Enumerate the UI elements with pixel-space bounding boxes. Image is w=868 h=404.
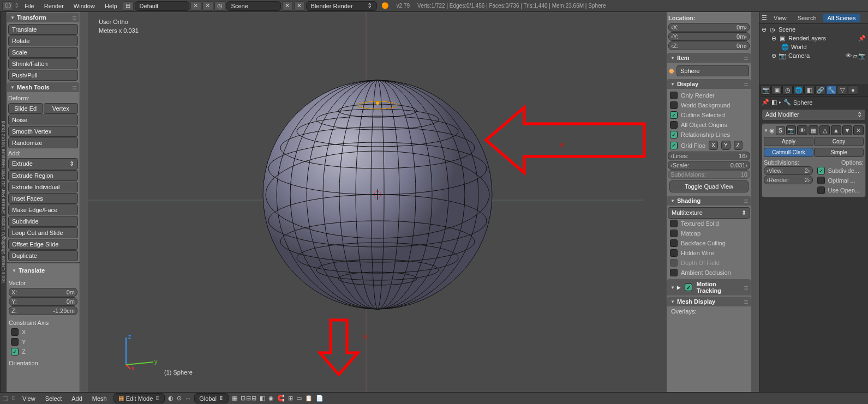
grid-y-button[interactable]: Y [721,141,731,150]
shading-header[interactable]: Shading:::: [667,196,751,206]
scene-add[interactable]: ✕ [282,1,293,11]
outline-check[interactable] [670,111,678,119]
snap-target-icon[interactable]: ⊞ [288,395,293,402]
prop-edit-icon[interactable]: ◉ [268,395,274,402]
mod-cage-toggle[interactable]: △ [819,125,830,135]
outliner-view-tab[interactable]: View [769,14,791,22]
simple-button[interactable]: Simple [814,148,864,157]
extrude-individual-button[interactable]: Extrude Individual [8,182,78,192]
ptab-data[interactable]: ▽ [837,85,847,95]
manipulator-icon[interactable]: ↔ [185,395,191,402]
offset-edge-slide-button[interactable]: Offset Edge Slide [8,239,78,250]
rel-lines-check[interactable] [670,131,678,138]
shading-mode-icon[interactable]: ◐ [168,395,173,402]
outliner-type-icon[interactable]: ☰ [762,14,767,21]
tool-scrollbar[interactable] [80,12,88,392]
ptab-constraints[interactable]: 🔗 [815,85,825,95]
world-bg-check[interactable] [670,101,678,109]
outliner-search-tab[interactable]: Search [793,14,821,22]
constraint-y-check[interactable] [11,338,19,346]
3d-viewport[interactable]: User Ortho Meters x 0.031 [88,12,667,392]
matcap-check[interactable] [670,230,678,237]
motion-tracking-check[interactable] [685,284,692,291]
view-subdiv-field[interactable]: ‹ View:2 › [764,166,813,175]
make-edge-face-button[interactable]: Make Edge/Face [8,204,78,215]
shrink-fatten-button[interactable]: Shrink/Fatten [8,58,78,69]
slide-edge-button[interactable]: Slide Ed [8,103,43,114]
scene-icon[interactable]: ◷ [214,1,225,11]
ptab-modifiers[interactable]: 🔧 [826,85,836,95]
restrict-view-icon[interactable]: 👁 [846,52,852,59]
only-render-check[interactable] [670,92,678,99]
modifier-collapse-icon[interactable]: ▼ [764,128,768,133]
layout-add[interactable]: ✕ [190,1,201,11]
display-header[interactable]: Display:::: [667,79,751,89]
duplicate-button[interactable]: Duplicate [8,250,78,261]
copy-button[interactable]: Copy [814,137,864,146]
mesh-tools-header[interactable]: Mesh Tools:::: [7,82,79,92]
opensubdiv-check[interactable] [817,186,825,194]
optimal-display-check[interactable] [817,177,825,184]
ptab-scene[interactable]: ◷ [782,85,793,95]
smooth-vertex-button[interactable]: Smooth Vertex [8,126,78,137]
mod-movedown[interactable]: ▼ [842,125,853,135]
subdivide-uvs-check[interactable] [817,167,825,174]
catmull-clark-button[interactable]: Catmull-Clark [764,148,813,157]
loc-z-field[interactable]: ‹ Z:0m › [668,41,750,50]
copy-icon[interactable]: 📋 [305,395,313,402]
ptab-renderlayers[interactable]: ▣ [771,85,782,95]
constraint-x-check[interactable] [11,328,19,336]
noise-button[interactable]: Noise [8,114,78,125]
layers-icon[interactable]: ▦ [232,395,237,402]
limit-selection-icon[interactable]: ◧ [260,395,265,402]
layout-del[interactable]: ✕ [202,1,213,11]
ptab-object[interactable]: ◧ [804,85,815,95]
modifier-name-field[interactable]: S [776,126,785,135]
extrude-dropdown[interactable]: Extrude⇕ [8,158,78,170]
render-engine-select[interactable]: Blender Render⇕ [306,1,377,11]
restrict-select-icon[interactable]: ▱ [853,52,857,59]
subdivide-button[interactable]: Subdivide [8,216,78,227]
vec-y-field[interactable]: Y:0m [9,297,77,306]
mesh-display-header[interactable]: Mesh Display:::: [667,297,751,306]
menu-file[interactable]: File [20,1,39,11]
pin-icon[interactable]: 📌 [858,35,866,42]
select-menu[interactable]: Select [42,394,65,403]
grid-x-button[interactable]: X [709,141,718,150]
translate-button[interactable]: Translate [8,24,78,35]
menu-help[interactable]: Help [100,1,122,11]
render-subdiv-field[interactable]: ‹ Render:2 › [764,176,813,184]
grid-floor-check[interactable] [670,142,678,149]
textured-solid-check[interactable] [670,220,678,227]
loop-cut-button[interactable]: Loop Cut and Slide [8,227,78,238]
rotate-button[interactable]: Rotate [8,35,78,46]
mesh-menu[interactable]: Mesh [89,394,110,403]
ptab-material[interactable]: ● [848,85,858,95]
layout-select[interactable]: Default [135,1,189,11]
restrict-render-icon[interactable]: 📷 [858,52,866,59]
randomize-button[interactable]: Randomize [8,137,78,148]
motion-tracking-header[interactable]: ▶Motion Tracking:::: [667,279,751,296]
hidden-wire-check[interactable] [670,249,678,257]
snap-icon[interactable]: 🧲 [277,395,285,402]
ao-check[interactable] [670,269,678,276]
npanel-scrollbar[interactable] [751,12,759,392]
scene-select[interactable]: Scene [226,1,281,11]
menu-render[interactable]: Render [40,1,68,11]
mode-select[interactable]: ▦Edit Mode⇕ [113,393,165,403]
add-modifier-dropdown[interactable]: Add Modifier⇕ [762,109,866,120]
tree-renderlayers[interactable]: ⊖▣RenderLayers📌 [761,34,867,43]
pivot-icon[interactable]: ⊙ [177,395,182,402]
vec-x-field[interactable]: X:0m [9,288,77,297]
mod-render-toggle[interactable]: 📷 [786,125,797,135]
apply-button[interactable]: Apply [764,137,813,146]
push-pull-button[interactable]: Push/Pull [8,70,78,81]
backface-check[interactable] [670,239,678,247]
editor-type-icon[interactable]: ⬚ [2,395,8,402]
ptab-world[interactable]: 🌐 [793,85,804,95]
loc-x-field[interactable]: ‹ X:0m › [668,23,750,32]
view-menu[interactable]: View [19,394,39,403]
lines-field[interactable]: ‹ Lines:16 › [668,152,750,160]
menu-window[interactable]: Window [69,1,99,11]
scene-del[interactable]: ✕ [294,1,305,11]
